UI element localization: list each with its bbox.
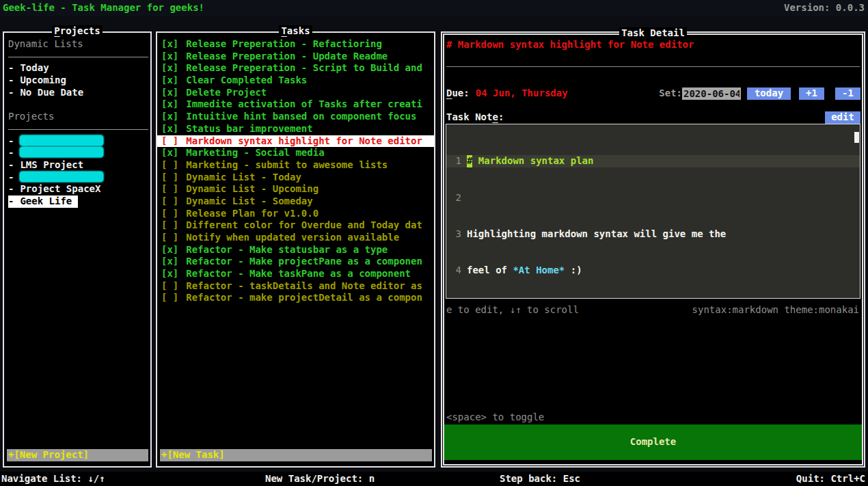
due-date-input[interactable] bbox=[682, 87, 741, 100]
task-label: Marketing - submit to awesome lists bbox=[186, 159, 388, 170]
task-row[interactable]: [ ]Notify when updated version available bbox=[157, 232, 434, 244]
task-label: Delete Project bbox=[186, 87, 267, 98]
list-bullet: - bbox=[8, 147, 14, 158]
editor-line: 3Highlighting markdown syntax will give … bbox=[446, 228, 860, 241]
due-label: Due: bbox=[446, 87, 470, 100]
task-row[interactable]: [ ]Dynamic List - Today bbox=[157, 172, 434, 184]
task-checkbox[interactable]: [ ] bbox=[161, 135, 178, 146]
dynamic-list-item[interactable]: -Today bbox=[4, 62, 150, 75]
task-checkbox[interactable]: [x] bbox=[161, 51, 178, 62]
version-label: Version: 0.0.3 bbox=[784, 2, 865, 14]
list-bullet: - bbox=[8, 87, 14, 98]
task-label: Immedite activation of Tasks after creat… bbox=[186, 98, 422, 109]
task-checkbox[interactable]: [x] bbox=[161, 38, 178, 49]
task-row[interactable]: [x]Immedite activation of Tasks after cr… bbox=[157, 98, 434, 111]
task-checkbox[interactable]: [ ] bbox=[161, 172, 178, 183]
task-row[interactable]: [x]Marketing - Social media bbox=[157, 147, 434, 159]
edit-note-button[interactable]: edit bbox=[825, 111, 860, 124]
editor-cursor: # bbox=[467, 155, 472, 167]
project-row[interactable]: - bbox=[4, 172, 150, 184]
task-checkbox[interactable]: [x] bbox=[161, 256, 178, 267]
new-project-button[interactable]: +[New Project] bbox=[7, 449, 148, 461]
task-row[interactable]: [x]Release Preperation - Update Readme bbox=[157, 51, 434, 63]
task-row[interactable]: [ ]Marketing - submit to awesome lists bbox=[157, 159, 434, 172]
task-row[interactable]: [x]Clear Completed Tasks bbox=[157, 75, 434, 87]
list-bullet: - bbox=[8, 172, 14, 183]
projects-section-label: Projects bbox=[4, 111, 150, 123]
plus-one-day-button[interactable]: +1 bbox=[799, 87, 824, 100]
dynamic-list-label: Upcoming bbox=[20, 75, 66, 85]
top-bar: Geek-life - Task Manager for geeks! Vers… bbox=[0, 0, 868, 16]
task-label: Intuitive hint bansed on component focus bbox=[186, 111, 416, 122]
task-row[interactable]: [x]Status bar improvement bbox=[157, 123, 434, 135]
task-label: Release Plan for v1.0.0 bbox=[186, 208, 318, 219]
task-checkbox[interactable]: [ ] bbox=[161, 195, 178, 206]
heading-divider bbox=[446, 66, 860, 67]
today-button[interactable]: today bbox=[747, 87, 791, 100]
task-row[interactable]: [ ]Markdown syntax highlight for Note ed… bbox=[157, 135, 434, 148]
task-checkbox[interactable]: [ ] bbox=[161, 280, 178, 291]
toggle-hint: <space> to toggle bbox=[446, 411, 544, 424]
task-row[interactable]: [x]Delete Project bbox=[157, 87, 434, 99]
task-row[interactable]: [x]Intuitive hint bansed on component fo… bbox=[157, 111, 434, 123]
task-row[interactable]: [x]Release Preperation - Refactioring bbox=[157, 38, 434, 51]
task-checkbox[interactable]: [x] bbox=[161, 111, 178, 122]
task-checkbox[interactable]: [x] bbox=[161, 75, 178, 85]
task-row[interactable]: [x]Refactor - Make projectPane as a comp… bbox=[157, 256, 434, 268]
editor-line: 4feel of *At Home* :) bbox=[446, 265, 860, 277]
task-row[interactable]: [ ]Refactor - make projectDetail as a co… bbox=[157, 292, 434, 304]
dynamic-list-item[interactable]: -Upcoming bbox=[4, 75, 150, 87]
task-checkbox[interactable]: [x] bbox=[161, 244, 178, 255]
task-checkbox[interactable]: [ ] bbox=[161, 208, 178, 219]
task-row[interactable]: [ ]Dynamic List - Upcoming bbox=[157, 183, 434, 195]
task-row[interactable]: [x]Release Preperation - Script to Build… bbox=[157, 62, 434, 75]
task-label: Refactor - taskDetails and Note editor a… bbox=[186, 280, 422, 291]
new-task-button[interactable]: +[New Task] bbox=[160, 449, 432, 461]
task-checkbox[interactable]: [ ] bbox=[161, 159, 178, 170]
dynamic-list-item[interactable]: -No Due Date bbox=[4, 87, 150, 99]
app-title: Geek-life - Task Manager for geeks! bbox=[3, 2, 204, 14]
project-row[interactable]: -LMS Project bbox=[4, 159, 150, 172]
complete-button[interactable]: Complete bbox=[444, 424, 862, 460]
task-checkbox[interactable]: [x] bbox=[161, 87, 178, 98]
project-row[interactable]: -Geek Life bbox=[4, 195, 150, 208]
project-label: Geek Life bbox=[20, 195, 72, 206]
task-label: Refactor - make projectDetail as a compo… bbox=[186, 292, 422, 303]
task-checkbox[interactable]: [x] bbox=[161, 98, 178, 109]
editor-scrollbar-thumb[interactable] bbox=[854, 132, 859, 143]
list-bullet: - bbox=[8, 195, 14, 206]
task-detail-panel: Task Detail # Markdown syntax highlight … bbox=[441, 31, 865, 468]
task-row[interactable]: [ ]Refactor - taskDetails and Note edito… bbox=[157, 280, 434, 293]
project-row[interactable]: -Project SpaceX bbox=[4, 183, 150, 195]
minus-one-day-button[interactable]: -1 bbox=[835, 87, 860, 100]
project-row[interactable]: - bbox=[4, 135, 150, 148]
hint-step-back: Step back: Esc bbox=[500, 473, 580, 485]
project-row[interactable]: - bbox=[4, 147, 150, 159]
dynamic-list-label: Today bbox=[20, 62, 49, 73]
task-checkbox[interactable]: [ ] bbox=[161, 183, 178, 194]
task-checkbox[interactable]: [ ] bbox=[161, 219, 178, 230]
task-row[interactable]: [x]Refactor - Make statusbar as a type bbox=[157, 244, 434, 256]
task-checkbox[interactable]: [ ] bbox=[161, 292, 178, 303]
hint-new-task: New Task/Project: n bbox=[265, 473, 375, 485]
task-label: Status bar improvement bbox=[186, 123, 312, 134]
redacted-project-label bbox=[20, 172, 103, 182]
due-date-value: 04 Jun, Thursday bbox=[476, 87, 568, 100]
task-label: Dynamic List - Someday bbox=[186, 195, 312, 206]
note-editor[interactable]: 1# Markdown syntax plan 2 3Highlighting … bbox=[446, 124, 860, 299]
project-label: LMS Project bbox=[20, 159, 83, 170]
task-row[interactable]: [x]Refactor - Make taskPane as a compone… bbox=[157, 268, 434, 280]
dynamic-lists-section-label: Dynamic Lists bbox=[4, 38, 150, 51]
set-label: Set: bbox=[659, 87, 682, 100]
task-checkbox[interactable]: [x] bbox=[161, 123, 178, 134]
task-checkbox[interactable]: [ ] bbox=[161, 232, 178, 243]
app-window: Geek-life - Task Manager for geeks! Vers… bbox=[0, 0, 868, 486]
task-label: Dynamic List - Upcoming bbox=[186, 183, 318, 194]
task-checkbox[interactable]: [x] bbox=[161, 268, 178, 279]
task-row[interactable]: [ ]Different color for Overdue and Today… bbox=[157, 219, 434, 232]
task-row[interactable]: [ ]Dynamic List - Someday bbox=[157, 195, 434, 208]
task-detail-heading: # Markdown syntax highlight for Note edi… bbox=[446, 39, 694, 51]
task-checkbox[interactable]: [x] bbox=[161, 147, 178, 158]
task-row[interactable]: [ ]Release Plan for v1.0.0 bbox=[157, 208, 434, 220]
task-checkbox[interactable]: [x] bbox=[161, 62, 178, 73]
